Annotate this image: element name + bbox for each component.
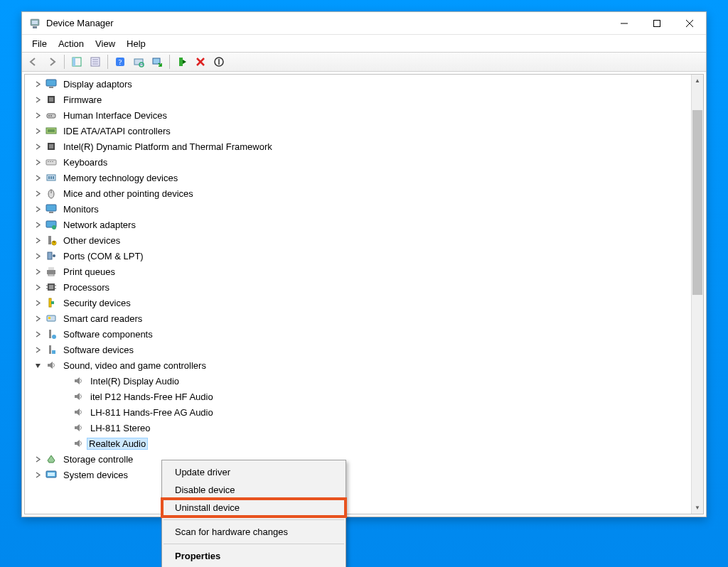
tree-category[interactable]: Software components — [25, 326, 691, 342]
scan-hardware-button[interactable] — [130, 53, 147, 70]
tree-category[interactable]: Software devices — [25, 342, 691, 357]
tree-item-label: System devices — [63, 470, 128, 480]
chevron-right-icon[interactable] — [33, 142, 42, 151]
tree-category[interactable]: Ports (COM & LPT) — [25, 248, 691, 264]
chevron-right-icon[interactable] — [33, 252, 42, 260]
chevron-right-icon[interactable] — [33, 236, 42, 244]
tree-category[interactable]: Print queues — [25, 264, 691, 279]
context-menu-item[interactable]: Update driver — [162, 463, 346, 481]
speaker-icon — [72, 437, 85, 450]
tree-category[interactable]: Intel(R) Dynamic Platform and Thermal Fr… — [25, 139, 691, 154]
menu-view[interactable]: View — [90, 37, 121, 50]
tree-category[interactable]: Smart card readers — [25, 310, 691, 326]
scroll-up-button[interactable]: ▲ — [692, 75, 703, 87]
tree-category[interactable]: Human Interface Devices — [25, 107, 691, 123]
menu-separator — [164, 544, 344, 544]
chevron-right-icon[interactable] — [33, 189, 42, 198]
chevron-right-icon[interactable] — [33, 158, 42, 166]
svg-rect-39 — [50, 176, 52, 179]
show-hide-tree-button[interactable] — [68, 53, 85, 70]
chevron-right-icon[interactable] — [33, 220, 42, 229]
maximize-button[interactable] — [641, 12, 673, 35]
tree-category[interactable]: Keyboards — [25, 154, 691, 170]
tree-category[interactable]: Display adaptors — [25, 76, 691, 92]
tree-category[interactable]: Sound, video and game controllers — [25, 357, 691, 373]
tree-category[interactable]: System devices — [25, 467, 691, 482]
svg-rect-15 — [134, 59, 143, 65]
device-category-icon — [45, 156, 58, 168]
forward-button[interactable] — [43, 53, 60, 70]
tree-category[interactable]: Firmware — [25, 92, 691, 107]
tree-category[interactable]: Monitors — [25, 201, 691, 217]
chevron-right-icon[interactable] — [33, 298, 42, 307]
device-tree[interactable]: Display adaptorsFirmwareHuman Interface … — [25, 75, 691, 514]
device-category-icon — [45, 468, 58, 481]
uninstall-device-button[interactable] — [192, 53, 209, 70]
tree-category[interactable]: Processors — [25, 279, 691, 295]
svg-rect-22 — [46, 80, 56, 86]
disable-device-button[interactable] — [210, 53, 228, 70]
tree-item-label: Print queues — [63, 266, 115, 277]
tree-device-item[interactable]: LH-811 Stereo — [25, 420, 691, 436]
tree-device-item[interactable]: Realtek Audio — [25, 436, 691, 451]
properties-button[interactable] — [87, 53, 104, 70]
chevron-right-icon[interactable] — [33, 330, 42, 338]
chevron-right-icon[interactable] — [33, 283, 42, 291]
chevron-right-icon[interactable] — [33, 126, 42, 135]
update-driver-button[interactable] — [149, 53, 166, 70]
tree-category[interactable]: IDE ATA/ATAPI controllers — [25, 123, 691, 139]
scrollbar[interactable]: ▲ ▼ — [691, 75, 703, 514]
enable-device-button[interactable] — [173, 53, 191, 70]
speaker-icon — [72, 374, 85, 387]
tree-device-item[interactable]: itel P12 Hands-Free HF Audio — [25, 389, 691, 404]
close-button[interactable] — [673, 12, 706, 35]
minimize-button[interactable] — [608, 12, 641, 35]
tree-item-label: LH-811 Stereo — [90, 423, 151, 433]
tree-device-item[interactable]: LH-811 Hands-Free AG Audio — [25, 404, 691, 420]
chevron-right-icon[interactable] — [33, 470, 42, 479]
chevron-right-icon[interactable] — [33, 80, 42, 88]
tree-device-item[interactable]: Intel(R) Display Audio — [25, 373, 691, 389]
menu-help[interactable]: Help — [121, 37, 151, 50]
tree-category[interactable]: Network adapters — [25, 217, 691, 232]
chevron-right-icon[interactable] — [33, 95, 42, 104]
svg-point-51 — [53, 254, 55, 257]
context-menu-item[interactable]: Properties — [162, 547, 346, 565]
chevron-right-icon[interactable] — [33, 173, 42, 182]
menu-action[interactable]: Action — [53, 37, 90, 50]
chevron-right-icon[interactable] — [33, 345, 42, 354]
back-button[interactable] — [25, 53, 42, 70]
tree-category[interactable]: Storage controlle — [25, 451, 691, 467]
titlebar: Device Manager — [22, 12, 706, 35]
chevron-right-icon[interactable] — [33, 111, 42, 119]
tree-item-label: LH-811 Hands-Free AG Audio — [90, 407, 213, 418]
svg-point-28 — [50, 115, 52, 117]
svg-rect-70 — [48, 472, 55, 476]
tree-item-label: Software devices — [63, 345, 134, 355]
device-category-icon — [45, 328, 58, 340]
scroll-thumb[interactable] — [692, 110, 702, 295]
tree-item-label: Monitors — [63, 204, 99, 215]
help-button[interactable]: ? — [112, 53, 129, 70]
context-menu-item[interactable]: Scan for hardware changes — [162, 523, 346, 541]
svg-rect-38 — [48, 176, 50, 179]
menu-file[interactable]: File — [26, 37, 53, 50]
chevron-right-icon[interactable] — [33, 314, 42, 323]
svg-rect-32 — [49, 144, 53, 148]
svg-rect-18 — [179, 58, 183, 66]
svg-rect-63 — [47, 315, 55, 321]
tree-category[interactable]: ?Other devices — [25, 232, 691, 248]
chevron-down-icon[interactable] — [33, 361, 42, 369]
chevron-right-icon[interactable] — [33, 205, 42, 213]
context-menu-item[interactable]: Uninstall device — [162, 499, 346, 517]
chevron-right-icon[interactable] — [33, 455, 42, 463]
tree-category[interactable]: Security devices — [25, 295, 691, 310]
scroll-down-button[interactable]: ▼ — [692, 502, 703, 514]
desktop: Device Manager File Action View Help — [0, 0, 728, 567]
tree-category[interactable]: Mice and other pointing devices — [25, 185, 691, 201]
svg-point-27 — [48, 115, 50, 117]
device-category-icon — [45, 187, 58, 200]
tree-category[interactable]: Memory technology devices — [25, 170, 691, 185]
context-menu-item[interactable]: Disable device — [162, 481, 346, 499]
chevron-right-icon[interactable] — [33, 267, 42, 276]
